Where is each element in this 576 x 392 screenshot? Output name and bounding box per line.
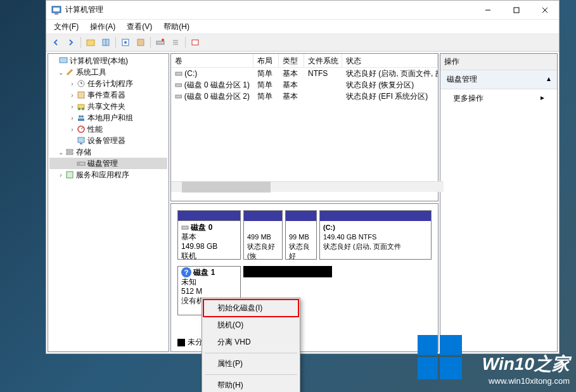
- hscroll-thumb[interactable]: [182, 182, 271, 193]
- table-row[interactable]: (磁盘 0 磁盘分区 1) 简单 基本 状态良好 (恢复分区): [171, 79, 438, 91]
- ctx-help[interactable]: 帮助(H): [203, 377, 298, 392]
- ctx-offline[interactable]: 脱机(O): [203, 317, 298, 334]
- tree-disk-mgmt[interactable]: 磁盘管理: [49, 158, 167, 169]
- hscrollbar[interactable]: [171, 181, 438, 192]
- partition-2[interactable]: 99 MB状态良好: [285, 210, 317, 260]
- partition-1[interactable]: 499 MB状态良好 (恢: [243, 210, 283, 260]
- svg-rect-36: [77, 162, 85, 165]
- svg-rect-33: [80, 143, 82, 144]
- svg-rect-40: [176, 84, 181, 87]
- table-row[interactable]: (磁盘 0 磁盘分区 2) 简单 基本 状态良好 (EFI 系统分区): [171, 91, 438, 102]
- tree-local-users[interactable]: › 本地用户和组: [49, 112, 167, 123]
- expand-icon[interactable]: ⌄: [57, 149, 65, 156]
- volume-list[interactable]: 卷 布局 类型 文件系统 状态 (C:) 简单 基本 NTFS 状态良好 (启动…: [170, 53, 438, 201]
- tb-btn-2[interactable]: [99, 35, 113, 49]
- tree-label: 计算机管理(本地): [70, 56, 128, 66]
- actions-header: 操作: [440, 54, 557, 70]
- tree-shared-folders[interactable]: › 共享文件夹: [49, 101, 167, 112]
- menu-action[interactable]: 操作(A): [85, 20, 120, 34]
- svg-rect-34: [67, 149, 73, 151]
- actions-section-disk[interactable]: 磁盘管理 ▴: [440, 70, 557, 89]
- perf-icon: [76, 124, 86, 134]
- expand-icon[interactable]: ›: [68, 80, 76, 87]
- expand-icon[interactable]: ›: [68, 126, 76, 133]
- disk-size: 149.98 GB: [181, 242, 217, 251]
- disk-type: 基本: [181, 232, 196, 241]
- ctx-detach-vhd[interactable]: 分离 VHD: [203, 334, 298, 351]
- tools-icon: [65, 67, 75, 77]
- svg-rect-4: [514, 8, 519, 13]
- col-type[interactable]: 类型: [279, 54, 304, 67]
- storage-icon: [65, 147, 75, 157]
- context-menu: 初始化磁盘(I) 脱机(O) 分离 VHD 属性(P) 帮助(H): [202, 298, 300, 392]
- unallocated-region[interactable]: [243, 266, 332, 277]
- menu-help[interactable]: 帮助(H): [158, 20, 195, 34]
- disk-status: 联机: [181, 251, 196, 260]
- maximize-button[interactable]: [502, 1, 530, 19]
- col-fs[interactable]: 文件系统: [304, 54, 342, 67]
- forward-button[interactable]: [64, 35, 78, 49]
- tb-btn-7[interactable]: [188, 35, 202, 49]
- device-icon: [76, 136, 86, 146]
- svg-rect-38: [67, 172, 73, 178]
- svg-point-37: [79, 163, 80, 165]
- ctx-initialize-disk[interactable]: 初始化磁盘(I): [203, 300, 298, 317]
- tree-performance[interactable]: › 性能: [49, 123, 167, 135]
- tree-label: 事件查看器: [87, 90, 125, 101]
- disk-type: 未知: [181, 277, 196, 286]
- col-volume[interactable]: 卷: [171, 54, 253, 67]
- tb-btn-6[interactable]: [169, 35, 182, 49]
- unknown-icon: ?: [181, 267, 191, 277]
- svg-point-14: [162, 39, 164, 41]
- main-window: 计算机管理 文件(F) 操作(A) 查看(V) 帮助(H): [46, 0, 560, 354]
- actions-more[interactable]: 更多操作 ▸: [440, 89, 557, 108]
- svg-point-26: [82, 108, 84, 110]
- disk-size: 512 M: [181, 287, 202, 296]
- close-button[interactable]: [530, 1, 559, 19]
- svg-rect-29: [78, 118, 84, 121]
- watermark: Win10之家 www.win10xitong.com: [482, 352, 570, 386]
- tree-device-mgr[interactable]: 设备管理器: [49, 135, 167, 146]
- tree-root[interactable]: 计算机管理(本地): [49, 55, 167, 66]
- col-status[interactable]: 状态: [342, 54, 438, 67]
- tree-label: 存储: [76, 147, 91, 158]
- back-button[interactable]: [49, 35, 63, 49]
- minimize-button[interactable]: [473, 1, 502, 19]
- services-icon: [65, 170, 75, 180]
- svg-rect-1: [53, 8, 60, 11]
- disk-name: 磁盘 0: [191, 223, 212, 232]
- menu-view[interactable]: 查看(V): [122, 20, 157, 34]
- ctx-separator: [205, 353, 297, 353]
- tree-services[interactable]: › 服务和应用程序: [49, 169, 167, 180]
- expand-icon[interactable]: ›: [68, 92, 76, 99]
- tb-btn-5[interactable]: [153, 35, 167, 49]
- menu-file[interactable]: 文件(F): [49, 20, 84, 34]
- svg-rect-18: [192, 40, 198, 45]
- tb-btn-4[interactable]: [134, 35, 148, 49]
- expand-icon[interactable]: ⌄: [57, 69, 65, 76]
- tree-label: 共享文件夹: [87, 101, 125, 112]
- svg-rect-13: [157, 41, 164, 44]
- svg-rect-23: [78, 92, 84, 98]
- partition-3[interactable]: (C:)149.40 GB NTFS状态良好 (启动, 页面文件: [319, 210, 432, 260]
- svg-rect-32: [78, 137, 84, 142]
- tree-task-scheduler[interactable]: › 任务计划程序: [49, 78, 167, 89]
- toolbar-separator: [150, 37, 151, 48]
- window-controls: [473, 1, 559, 19]
- tb-btn-3[interactable]: [118, 35, 132, 49]
- tree-systools[interactable]: ⌄ 系统工具: [49, 66, 167, 78]
- disk-0-info[interactable]: 磁盘 0 基本 149.98 GB 联机: [177, 210, 241, 260]
- col-layout[interactable]: 布局: [253, 54, 279, 67]
- tree-pane[interactable]: 计算机管理(本地) ⌄ 系统工具 › 任务计划程序 › 事件查看器 › 共享文件…: [48, 53, 169, 352]
- expand-icon[interactable]: ›: [68, 115, 76, 122]
- tree-event-viewer[interactable]: › 事件查看器: [49, 89, 167, 101]
- svg-rect-46: [440, 357, 462, 379]
- expand-icon[interactable]: ›: [68, 103, 76, 110]
- collapse-icon: ▴: [547, 74, 551, 85]
- ctx-properties[interactable]: 属性(P): [203, 355, 298, 372]
- tree-storage[interactable]: ⌄ 存储: [49, 146, 167, 158]
- svg-point-11: [124, 41, 127, 44]
- expand-icon[interactable]: ›: [57, 172, 65, 179]
- table-row[interactable]: (C:) 简单 基本 NTFS 状态良好 (启动, 页面文件, 故: [171, 68, 438, 79]
- tb-btn-1[interactable]: [84, 35, 98, 49]
